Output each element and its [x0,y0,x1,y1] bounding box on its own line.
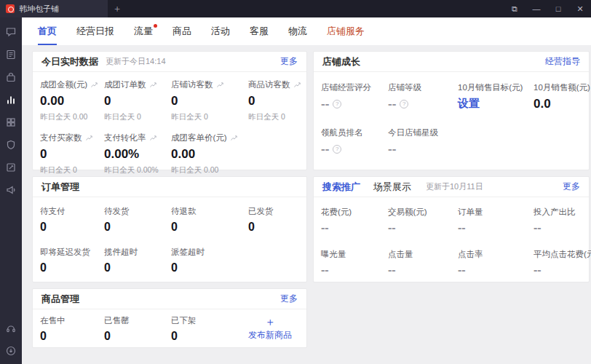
set-sales-target-link[interactable]: 设置 [458,97,480,111]
trend-icon [90,81,98,89]
metric-cell: 平均点击花费(元) -- [534,249,582,277]
app-logo-icon [6,4,15,13]
metric-cell: 今日店铺星级 -- [388,127,458,157]
publish-product-button[interactable]: ＋ 发布新商品 [248,315,302,343]
metric-cell[interactable]: 在售中 0 [40,315,104,343]
shop-bag-icon[interactable] [5,71,17,83]
card-promotion: 搜索推广 场景展示 更新于10月11日 更多 花费(元) -- 交易额(元) [313,176,590,282]
download-icon[interactable] [5,345,17,357]
security-shield-icon[interactable] [5,139,17,151]
trend-icon [149,81,157,89]
popout-icon[interactable]: ⧉ [504,0,525,17]
title-bar: 韩坤包子铺 ＋ ⧉ — □ ✕ [0,0,591,17]
card-shop-growth: 店铺成长 经营指导 店铺经营评分 --? 店铺等级 --? [313,51,590,170]
nav-customer-service[interactable]: 客服 [250,17,269,45]
metric-cell: 领航员排名 --? [321,127,388,157]
metric-cell: 支付买家数 0 昨日全天 0 [40,132,104,175]
card-order-management: 订单管理 待支付 0 待发货 0 待退 [32,176,307,282]
data-chart-icon[interactable] [5,94,17,106]
metric-cell[interactable]: 派签超时 0 [171,247,248,274]
metric-cell: 店铺访客数 0 昨日全天 0 [171,79,248,122]
metric-cell: 成团金额(元) 0.00 昨日全天 0.00 [40,79,104,122]
minimize-icon[interactable]: — [525,0,547,17]
trend-icon [230,134,238,142]
trend-icon [149,134,157,142]
more-link[interactable]: 更多 [280,293,298,305]
metric-cell: 曝光量 -- [321,249,388,277]
trend-icon [293,81,301,89]
metric-cell: 点击量 -- [388,249,458,277]
top-nav: 首页 经营日报 流量 商品 活动 客服 物流 店铺服务 [22,17,591,45]
nav-shop-services[interactable]: 店铺服务 [327,17,365,45]
more-link[interactable]: 更多 [280,55,298,68]
tab-scene-display[interactable]: 场景展示 [373,181,411,194]
metric-cell: 投入产出比 -- [534,207,582,234]
updated-at: 更新于今日14:14 [106,56,166,67]
nav-products[interactable]: 商品 [172,17,191,45]
updated-at: 更新于10月11日 [426,181,483,192]
card-title: 店铺成长 [322,55,360,68]
metric-cell[interactable]: 已售罄 0 [104,315,171,343]
trend-icon [85,134,93,142]
trend-icon [216,81,224,89]
marketing-edit-icon[interactable] [5,162,17,173]
metric-cell: 10月销售额(元) 0.0 [534,82,582,111]
metric-cell: 店铺等级 --? [388,82,458,111]
metric-cell: 点击率 -- [458,249,534,277]
metric-cell: 交易额(元) -- [388,207,458,234]
card-title: 订单管理 [41,181,79,194]
metric-cell: 支付转化率 0.00% 昨日全天 0.00% [104,132,171,175]
metric-cell[interactable]: 待退款 0 [171,206,248,234]
orders-list-icon[interactable] [5,49,17,60]
nav-daily-report[interactable]: 经营日报 [76,17,114,45]
metric-cell: 店铺经营评分 --? [321,82,388,111]
card-title: 今日实时数据 [41,55,98,68]
metric-cell[interactable]: 待发货 0 [104,206,171,234]
apps-grid-icon[interactable] [5,116,17,128]
card-title: 商品管理 [41,293,79,306]
business-guide-link[interactable]: 经营指导 [545,55,580,68]
metric-cell: 花费(元) -- [321,207,388,234]
metric-cell: 商品访客数 0 昨日全天 0 [248,79,299,122]
chat-icon[interactable] [5,26,17,38]
maximize-icon[interactable]: □ [547,0,569,17]
metric-cell: 10月销售目标(元) 设置 [458,82,534,111]
metric-cell[interactable]: 待支付 0 [40,206,104,234]
metric-cell[interactable]: 已发货 0 [248,206,299,234]
metric-cell[interactable]: 即将延迟发货 0 [40,247,104,274]
metric-cell[interactable]: 揽件超时 0 [104,247,171,274]
nav-traffic[interactable]: 流量 [134,17,153,45]
tab-search-promotion[interactable]: 搜索推广 [322,181,360,194]
info-icon[interactable]: ? [333,100,341,108]
browser-tab[interactable]: 韩坤包子铺 [0,0,108,17]
metric-cell[interactable]: 已下架 0 [171,315,248,343]
more-link[interactable]: 更多 [563,181,580,193]
metric-cell: 成团客单价(元) 0.00 昨日全天 0.00 [171,132,248,175]
support-headset-icon[interactable] [5,323,17,334]
nav-logistics[interactable]: 物流 [288,17,307,45]
new-tab-icon[interactable]: ＋ [108,0,127,17]
close-icon[interactable]: ✕ [569,0,591,17]
plus-icon: ＋ [265,317,276,327]
window-controls: ⧉ — □ ✕ [504,0,591,17]
sidebar [0,17,22,364]
card-product-management: 商品管理 更多 在售中 0 已售罄 0 [32,288,307,348]
nav-home[interactable]: 首页 [38,17,57,45]
card-realtime-data: 今日实时数据 更新于今日14:14 更多 成团金额(元) 0.00 昨日全天 0… [32,51,307,170]
megaphone-icon[interactable] [5,184,17,196]
red-dot-badge [154,24,157,28]
app-window: 韩坤包子铺 ＋ ⧉ — □ ✕ 首页 经营日报 [0,0,591,364]
nav-activities[interactable]: 活动 [211,17,230,45]
dashboard-content: 今日实时数据 更新于今日14:14 更多 成团金额(元) 0.00 昨日全天 0… [22,45,591,364]
info-icon[interactable]: ? [400,100,408,108]
info-icon[interactable]: ? [333,145,341,154]
metric-cell: 成团订单数 0 昨日全天 0 [104,79,171,122]
metric-cell: 订单量 -- [458,207,534,234]
window-title: 韩坤包子铺 [19,4,59,15]
